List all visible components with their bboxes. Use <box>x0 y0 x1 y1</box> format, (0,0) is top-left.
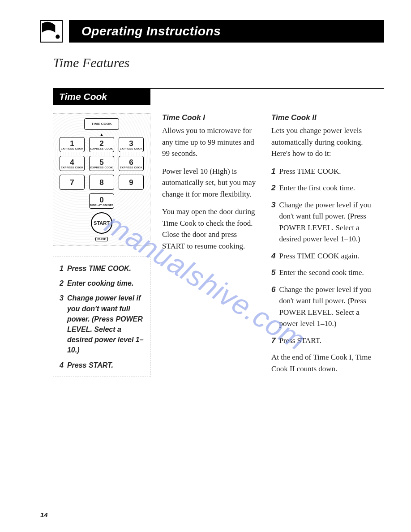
heading-time-cook-2: Time Cook II <box>271 113 374 122</box>
button-9: 9 <box>119 175 144 190</box>
body-text: You may open the door during Time Cook t… <box>162 206 260 252</box>
step-num: 3 <box>60 293 64 355</box>
svg-point-0 <box>56 34 60 39</box>
step-num: 1 <box>271 166 275 177</box>
step-num: 5 <box>271 267 275 279</box>
manual-icon <box>40 20 63 43</box>
step-num: 2 <box>271 182 275 194</box>
step-num: 6 <box>271 284 275 330</box>
page-subtitle: Time Features <box>53 55 384 70</box>
body-text: Power level 10 (High) is automatically s… <box>162 166 260 200</box>
step-text: Change power level if you don't want ful… <box>67 293 145 355</box>
step-num: 4 <box>271 250 275 262</box>
ordered-steps: 1Press TIME COOK. 2Enter the first cook … <box>271 166 374 347</box>
heading-time-cook-1: Time Cook I <box>162 113 260 122</box>
step-text: Change the power level if you don't want… <box>279 199 374 245</box>
step-num: 1 <box>60 263 64 274</box>
step-text: Enter the second cook time. <box>279 267 374 279</box>
step-num: 3 <box>271 199 275 245</box>
step-text: Press START. <box>67 360 145 370</box>
step-num: 7 <box>271 335 275 347</box>
button-pause: PAUSE <box>95 237 107 241</box>
step-num: 2 <box>60 278 64 288</box>
body-text: Allows you to microwave for any time up … <box>162 125 260 159</box>
body-text: Lets you change power levels automatical… <box>271 125 374 159</box>
header-bar: Operating Instructions <box>69 20 384 43</box>
button-8: 8 <box>89 175 114 190</box>
button-start: START <box>91 212 112 234</box>
button-1: 1EXPRESS COOK <box>60 137 85 152</box>
step-text: Change the power level if you don't want… <box>279 284 374 330</box>
button-time-cook: TIME COOK <box>84 118 119 130</box>
button-7: 7 <box>60 175 85 190</box>
button-5: 5EXPRESS COOK <box>89 156 114 171</box>
step-text: Press TIME COOK. <box>279 166 374 177</box>
section-label: Time Cook <box>53 89 150 105</box>
quick-steps-box: 1Press TIME COOK. 2Enter cooking time. 3… <box>53 257 150 377</box>
keypad-illustration: TIME COOK ▲ 1EXPRESS COOK 2EXPRESS COOK … <box>53 113 150 246</box>
step-text: Enter cooking time. <box>67 278 145 288</box>
button-2: 2EXPRESS COOK <box>89 137 114 152</box>
step-text: Press TIME COOK. <box>67 263 145 274</box>
step-text: Enter the first cook time. <box>279 182 374 194</box>
button-0: 0DISPLAY ON/OFF <box>89 193 114 209</box>
page-number: 14 <box>40 511 48 519</box>
step-num: 4 <box>60 360 64 370</box>
button-4: 4EXPRESS COOK <box>60 156 85 171</box>
body-text: At the end of Time Cook I, Time Cook II … <box>271 352 374 374</box>
header-title: Operating Instructions <box>81 24 221 39</box>
button-6: 6EXPRESS COOK <box>119 156 144 171</box>
step-text: Press START. <box>279 335 374 347</box>
step-text: Press TIME COOK again. <box>279 250 374 262</box>
button-3: 3EXPRESS COOK <box>119 137 144 152</box>
